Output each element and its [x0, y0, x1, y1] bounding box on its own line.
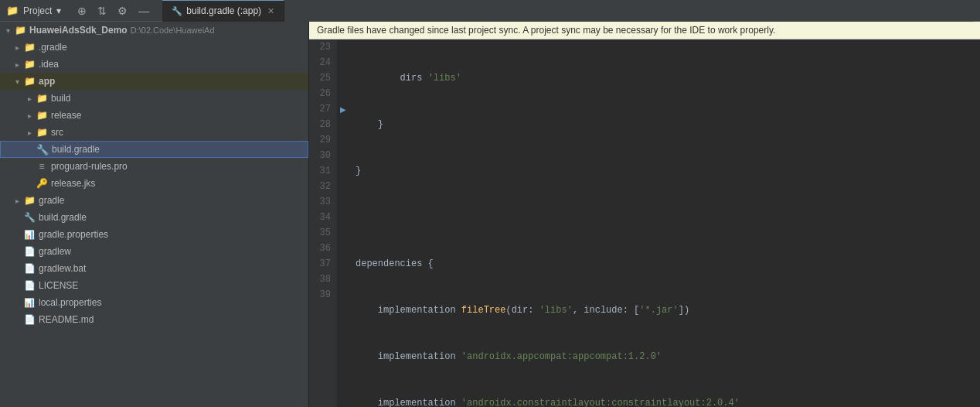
sidebar-label-build: build: [51, 93, 70, 104]
gutter-23: [337, 39, 349, 55]
code-30-plain: implementation: [356, 395, 461, 407]
gutter-25: [337, 70, 349, 86]
code-28-plain1: implementation: [356, 303, 461, 318]
sidebar-label-readme: README.md: [39, 314, 94, 325]
line-num-29: 29: [315, 132, 331, 148]
title-bar-left: 📁 Project ▾: [6, 5, 61, 16]
code-23-plain1: dirs: [356, 70, 428, 86]
sidebar-item-proguard[interactable]: ≡ proguard-rules.pro: [0, 158, 308, 175]
gutter-32: [337, 179, 349, 194]
line-num-35: 35: [315, 225, 331, 241]
sidebar-label-build-gradle-app: build.gradle: [52, 144, 100, 155]
sidebar-item-build-gradle-app[interactable]: 🔧 build.gradle: [0, 141, 308, 158]
sidebar-label-release-jks: release.jks: [51, 178, 95, 189]
code-28-plain2: (dir:: [505, 303, 539, 318]
arrow-proguard: [25, 162, 34, 171]
arrow-src: [25, 128, 34, 137]
title-bar: 📁 Project ▾ ⊕ ⇅ ⚙ — 🔧 build.gradle (:app…: [0, 0, 980, 22]
locate-button[interactable]: ⊕: [73, 3, 90, 19]
file-icon-license: 📄: [23, 279, 36, 292]
sidebar-item-huawei-root[interactable]: 📁 HuaweiAdsSdk_Demo D:\02.Code\HuaweiAd: [0, 22, 308, 39]
sidebar-label-local-properties: local.properties: [39, 297, 101, 308]
sidebar-item-readme[interactable]: 📄 README.md: [0, 311, 308, 328]
gutter-37: [337, 256, 349, 272]
line-num-31: 31: [315, 163, 331, 179]
project-dropdown-arrow[interactable]: ▾: [56, 5, 61, 16]
sidebar-item-gradle[interactable]: 📁 .gradle: [0, 39, 308, 56]
line-num-34: 34: [315, 210, 331, 225]
arrow-build-gradle-root: [12, 213, 22, 222]
file-icon-readme: 📄: [23, 313, 36, 326]
code-line-27: dependencies {: [356, 256, 974, 272]
sidebar-item-app[interactable]: 📁 app: [0, 73, 308, 90]
code-line-24: }: [356, 117, 974, 132]
gutter-31: [337, 163, 349, 179]
sidebar-item-release[interactable]: 📁 release: [0, 107, 308, 124]
gradle-icon-build-gradle-app: 🔧: [36, 143, 49, 156]
sidebar-item-gradle-properties[interactable]: 📊 gradle.properties: [0, 226, 308, 243]
sort-button[interactable]: ⇅: [94, 3, 111, 19]
notification-bar: Gradle files have changed since last pro…: [309, 22, 980, 39]
line-num-30: 30: [315, 148, 331, 163]
gutter-38: [337, 272, 349, 287]
line-num-28: 28: [315, 117, 331, 132]
sidebar-label-gradle-root: gradle: [39, 195, 64, 206]
code-28-plain3: , include: [: [573, 303, 639, 318]
sidebar-label-license: LICENSE: [39, 280, 78, 291]
gutter-27[interactable]: ▶: [337, 101, 349, 117]
sidebar-item-release-jks[interactable]: 🔑 release.jks: [0, 175, 308, 192]
gutter-30: [337, 148, 349, 163]
main-area: 📁 HuaweiAdsSdk_Demo D:\02.Code\HuaweiAd …: [0, 22, 980, 407]
tab-build-gradle-app[interactable]: 🔧 build.gradle (:app) ✕: [162, 0, 284, 22]
arrow-release: [25, 111, 34, 120]
gutter-34: [337, 210, 349, 225]
code-29-plain: implementation: [356, 349, 461, 364]
arrow-readme: [12, 315, 22, 324]
arrow-build-gradle-app: [26, 145, 35, 154]
line-numbers: 23 24 25 26 27 28 29 30 31 32 33 34 35 3…: [309, 39, 337, 407]
sidebar-label-proguard: proguard-rules.pro: [51, 161, 128, 172]
editor-area: Gradle files have changed since last pro…: [309, 22, 980, 407]
code-line-25: }: [356, 163, 974, 179]
tab-bar: 🔧 build.gradle (:app) ✕: [162, 0, 974, 22]
sidebar-item-gradle-root[interactable]: 📁 gradle: [0, 192, 308, 209]
arrow-gradlew-bat: [12, 264, 22, 273]
folder-icon-gradle-root: 📁: [23, 194, 36, 207]
line-num-24: 24: [315, 55, 331, 70]
sidebar-item-idea[interactable]: 📁 .idea: [0, 56, 308, 73]
code-24-plain: }: [356, 117, 383, 132]
project-title: Project: [23, 5, 52, 16]
arrow-release-jks: [25, 179, 34, 188]
line-num-33: 33: [315, 194, 331, 210]
sidebar-item-gradlew[interactable]: 📄 gradlew: [0, 243, 308, 260]
sidebar-item-build-gradle-root[interactable]: 🔧 build.gradle: [0, 209, 308, 226]
sidebar-path-huawei-root: D:\02.Code\HuaweiAd: [131, 26, 215, 35]
gutter-24: [337, 55, 349, 70]
arrow-gradle-properties: [12, 230, 22, 239]
line-num-39: 39: [315, 287, 331, 303]
arrow-gradle-root: [12, 196, 22, 205]
code-28-str1: 'libs': [539, 303, 573, 318]
arrow-huawei-root: [3, 26, 12, 35]
arrow-local-properties: [12, 298, 22, 307]
code-23-str: 'libs': [428, 70, 461, 86]
tab-close-button[interactable]: ✕: [267, 6, 274, 16]
gutter: ▶: [337, 39, 349, 407]
sidebar-item-src[interactable]: 📁 src: [0, 124, 308, 141]
sidebar: 📁 HuaweiAdsSdk_Demo D:\02.Code\HuaweiAd …: [0, 22, 309, 407]
line-num-23: 23: [315, 39, 331, 55]
settings-button[interactable]: ⚙: [114, 3, 131, 19]
code-content[interactable]: dirs 'libs' } } dependencies { implement…: [349, 39, 980, 407]
arrow-gradlew: [12, 247, 22, 256]
gutter-29: [337, 132, 349, 148]
sidebar-item-gradlew-bat[interactable]: 📄 gradlew.bat: [0, 260, 308, 277]
folder-icon-release: 📁: [36, 109, 48, 121]
sidebar-item-local-properties[interactable]: 📊 local.properties: [0, 294, 308, 311]
sidebar-item-build[interactable]: 📁 build: [0, 90, 308, 107]
arrow-gradle: [12, 43, 22, 52]
minimize-button[interactable]: —: [134, 3, 153, 19]
code-editor[interactable]: 23 24 25 26 27 28 29 30 31 32 33 34 35 3…: [309, 39, 980, 407]
code-28-str2: '*.jar': [639, 303, 678, 318]
folder-icon-build: 📁: [36, 92, 48, 104]
sidebar-item-license[interactable]: 📄 LICENSE: [0, 277, 308, 294]
